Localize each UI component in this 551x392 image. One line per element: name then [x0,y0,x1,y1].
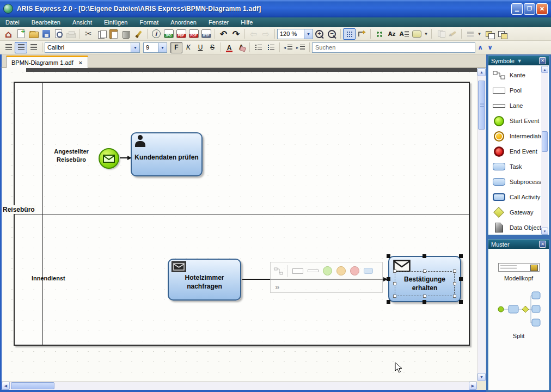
redo-icon[interactable] [230,28,242,40]
text-handle[interactable] [423,295,426,298]
scroll-down-icon[interactable] [477,373,486,381]
text-handle[interactable] [423,270,426,273]
symbols-scroll-thumb[interactable] [542,131,548,152]
fill-color-dropdown-icon[interactable] [423,28,429,40]
home-icon[interactable] [2,28,15,40]
scroll-up-icon[interactable] [477,68,486,76]
floating-symbol-palette[interactable] [270,262,383,293]
search-next-icon[interactable]: ∨ [485,44,495,51]
font-family-dropdown-icon[interactable] [131,43,139,52]
text-handle[interactable] [453,270,456,273]
outdent-icon[interactable] [282,42,295,53]
search-input[interactable] [312,42,475,53]
text-handle[interactable] [393,295,396,298]
save-icon[interactable] [40,28,52,40]
lane-icon[interactable] [308,270,319,272]
info-icon[interactable] [150,28,162,40]
patterns-panel-header[interactable]: Muster [488,239,549,249]
symbol-item-pool[interactable]: Pool [492,83,541,98]
search-previous-icon[interactable]: ∧ [475,44,485,51]
zoom-in-icon[interactable] [313,28,326,40]
font-size-dropdown-icon[interactable] [158,43,167,52]
connector-icon[interactable] [356,28,368,40]
menu-fenster[interactable]: Fenster [209,19,229,26]
text-handle[interactable] [453,282,456,285]
tab-bpmn-diagramm[interactable]: BPMN-Diagramm 1.adf ✕ [6,56,88,68]
print-preview-icon[interactable] [52,28,65,40]
italic-button[interactable]: K [182,42,194,53]
lane-label-angestellter-reiseburo[interactable]: Angestellter Reisebüro [45,148,97,164]
symbols-panel-header[interactable]: Symbole ▼ [488,56,549,65]
back-icon[interactable] [247,28,260,40]
patterns-panel-close-icon[interactable] [539,241,546,248]
layer-icon[interactable] [464,28,476,40]
vertical-scrollbar[interactable] [477,68,486,381]
task-kundendaten-pruefen[interactable]: Kundendaten prüfen [131,132,203,176]
align-center-icon[interactable] [15,42,27,53]
model-header-edge[interactable] [26,68,477,72]
panel-dropdown-icon[interactable]: ▼ [517,58,522,64]
end-event-icon[interactable] [350,266,359,275]
diagram-canvas[interactable]: Reisebüro Angestellter Reisebüro Innendi… [2,68,477,381]
task-icon[interactable] [364,268,373,274]
underline-button[interactable]: U [194,42,206,53]
pool-label[interactable]: Reisebüro [3,205,36,214]
palette-expand-chevron[interactable] [271,280,382,293]
symbol-item-call-activity[interactable]: Call Activity [492,189,541,205]
selection-handle[interactable] [459,254,463,258]
zoom-level-select[interactable]: 120 % [277,29,313,39]
fill-color-icon[interactable] [411,28,423,40]
indent-icon[interactable] [295,42,307,53]
font-sort-icon[interactable]: Az [385,28,398,40]
selection-handle[interactable] [387,277,390,281]
bullet-list-icon[interactable] [265,42,277,53]
symbol-item-data-object[interactable]: Data Object [492,220,541,235]
scroll-up-icon[interactable] [541,66,548,73]
symbol-item-kante[interactable]: Kante [492,68,541,83]
font-family-select[interactable]: Calibri [45,42,140,53]
zoom-out-icon[interactable] [326,28,338,40]
cut-icon[interactable] [82,28,95,40]
menu-format[interactable]: Format [139,19,158,26]
selection-handle[interactable] [387,300,390,304]
selection-handle[interactable] [423,300,426,304]
intermediate-event-icon[interactable] [336,266,346,275]
text-handle[interactable] [453,295,456,298]
maximize-button[interactable] [524,3,535,15]
selection-handle[interactable] [459,277,463,281]
copy-icon[interactable] [95,28,107,40]
horizontal-scroll-thumb[interactable] [11,382,54,389]
scroll-down-icon[interactable] [541,228,548,235]
menu-anordnen[interactable]: Anordnen [170,19,197,26]
send-back-icon[interactable] [495,28,507,40]
menu-bearbeiten[interactable]: Bearbeiten [32,19,60,26]
text-align-icon[interactable] [398,28,411,40]
new-file-icon[interactable] [15,28,27,40]
symbols-scrollbar[interactable] [541,66,548,235]
lane-divider[interactable] [15,215,469,215]
bring-front-icon[interactable] [482,28,495,40]
symbol-item-intermediate[interactable]: Intermediate [492,128,541,144]
selection-handle[interactable] [423,254,426,258]
minimize-button[interactable] [511,3,523,15]
vertical-scroll-thumb[interactable] [478,81,485,130]
scroll-right-icon[interactable] [469,382,477,390]
print-icon[interactable] [65,28,77,40]
pool-reiseburo[interactable] [14,82,470,346]
open-folder-icon[interactable] [27,28,40,40]
symbols-panel-close-icon[interactable] [539,57,546,64]
group-icon[interactable] [434,28,446,40]
symbol-item-end-event[interactable]: End Event [492,144,541,159]
selection-handle[interactable] [459,300,463,304]
symbol-item-lane[interactable]: Lane [492,98,541,113]
menu-hilfe[interactable]: Hilfe [241,19,253,26]
format-painter-icon[interactable] [132,28,145,40]
align-left-icon[interactable] [2,42,15,53]
clear-format-button[interactable]: A [235,42,247,53]
bold-button[interactable]: F [170,42,182,53]
edge-icon[interactable] [274,267,283,275]
menu-datei[interactable]: Datei [5,19,20,26]
close-button[interactable] [536,3,548,15]
paste-icon[interactable] [107,28,120,40]
title-bar[interactable]: ARIS Express 2.0 - [D:\Eigene Dateien\AR… [0,0,551,17]
